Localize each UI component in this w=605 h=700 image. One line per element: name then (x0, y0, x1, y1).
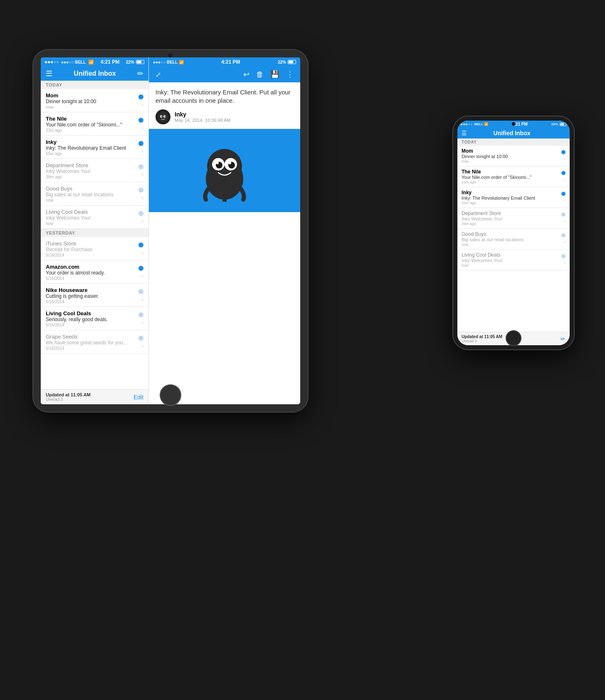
preview-goodbuys: Big sales at our retail locations (46, 192, 135, 198)
tablet-battery-pct: 22% (126, 60, 134, 64)
compose-icon[interactable]: ✏ (137, 69, 143, 78)
email-item-inky[interactable]: Inky Inky: The Revolutionary Email Clien… (41, 136, 148, 159)
chevron-icon: › (141, 101, 143, 108)
tablet-signal: ●●●○○ BELL 📶 (45, 59, 94, 65)
phone-preview-lcd: Inky Welcomes You! (462, 258, 558, 263)
phone-footer-info: Updated at 11:05 AM Unread 3 (462, 334, 502, 343)
phone-hamburger-icon[interactable]: ☰ (462, 130, 467, 136)
phone-chevron: › (564, 239, 565, 245)
email-item-lcd-yest[interactable]: Living Cool Deals Seriously, really good… (41, 307, 148, 330)
email-item-goodbuys[interactable]: Good Buys Big sales at our retail locati… (41, 182, 148, 205)
dot5 (57, 61, 59, 63)
email-content: The Nile Your Nile.com order of "Skinomi… (462, 169, 558, 184)
battery-bar (288, 60, 296, 64)
dot3 (466, 124, 467, 125)
email-item-amazon[interactable]: Amazon.com Your order is almost ready. 5… (41, 260, 148, 284)
tablet-status-bar: ●●●○○ BELL 📶 4:21 PM 22% (41, 57, 148, 67)
svg-point-6 (207, 149, 242, 184)
trash-icon[interactable]: 🗑 (256, 70, 264, 79)
phone-read-dot (561, 233, 565, 237)
email-item-nike[interactable]: Nike Houseware Cutting is getting easier… (41, 284, 148, 307)
phone-sender-inky: Inky (462, 190, 558, 195)
phone-edit-nav[interactable]: Edit (557, 130, 565, 136)
phone-screen: BELL 📶 4:21 PM 22% ☰ Unified Inbox Edit … (457, 121, 570, 345)
time-amazon: 5/16/2014 (46, 276, 135, 281)
more-icon[interactable]: ⋮ (286, 70, 294, 79)
phone-email-inky[interactable]: Inky Inky: The Revolutionary Email Clien… (457, 187, 570, 208)
preview-itunes: Receipt for Purchase (46, 247, 135, 252)
tablet-home-button[interactable] (160, 384, 181, 406)
tablet-time: 4:21 PM (101, 59, 119, 65)
phone-pencil-icon[interactable]: ✏ (561, 336, 565, 342)
inky-avatar-svg (157, 111, 169, 123)
phone-email-nile[interactable]: The Nile Your Nile.com order of "Skinomi… (457, 166, 570, 187)
chevron-icon: › (141, 148, 143, 154)
hamburger-icon[interactable]: ☰ (46, 69, 52, 78)
phone-time-lcd: now (462, 263, 558, 267)
expand-icon[interactable]: ⤢ (156, 71, 161, 79)
preview-lcd-today: Inky Welcomes You! (46, 215, 135, 221)
chevron-icon: › (141, 194, 143, 201)
sender-itunes: iTunes Store (46, 240, 135, 247)
preview-amazon: Your order is almost ready. (46, 270, 135, 276)
email-content: Department Store Inky Welcomes You! 39m … (462, 210, 558, 226)
right-signal: ●●●○○ BELL 📶 (153, 60, 184, 64)
email-meta-mom: › (561, 150, 565, 162)
edit-button[interactable]: Edit (133, 394, 143, 401)
tablet-carrier: ●●●○○ BELL (61, 60, 86, 64)
phone-nav-title: Unified Inbox (494, 130, 531, 136)
email-subject: Inky: The Revolutionary Email Client. Pu… (156, 88, 294, 104)
right-battery: 22% (278, 60, 296, 64)
email-hero-banner (149, 129, 300, 212)
phone-battery-bar (560, 123, 566, 126)
phone-nav-bar: ☰ Unified Inbox Edit (457, 128, 570, 139)
updated-text: Updated at 11:05 AM (46, 392, 91, 397)
email-item-nile[interactable]: The Nile Your Nile.com order of "Skinomi… (41, 112, 148, 136)
phone-email-lcd[interactable]: Living Cool Deals Inky Welcomes You! now… (457, 250, 570, 270)
tablet-nav-bar: ☰ Unified Inbox ✏ (41, 67, 148, 81)
unread-dot (138, 266, 143, 271)
email-content: Good Buys Big sales at our retail locati… (46, 186, 135, 203)
phone-read-dot (561, 213, 565, 217)
email-meta-lcd-yest: › (138, 312, 143, 326)
chevron-icon: › (141, 249, 143, 256)
phone-section-today: TODAY (457, 139, 570, 146)
phone-email-mom[interactable]: Mom Dinner tonight at 10:00 now › (457, 146, 570, 166)
read-dot (138, 211, 143, 216)
email-item-dept[interactable]: Department Store Inky Welcomes You! 39m … (41, 159, 148, 182)
phone-preview-dept: Inky Welcomes You! (462, 216, 558, 221)
email-meta-inky: › (561, 192, 565, 203)
email-meta-goodbuys: › (561, 233, 565, 245)
email-meta-lcd: › (561, 254, 565, 266)
section-today: TODAY (41, 81, 148, 89)
phone-email-goodbuys[interactable]: Good Buys Big sales at our retail locati… (457, 229, 570, 250)
svg-point-4 (165, 116, 166, 117)
preview-nike: Cutting is getting easier. (46, 293, 135, 299)
tablet-device: ●●●○○ BELL 📶 4:21 PM 22% ☰ Unified Inbox… (33, 50, 308, 412)
sender-nile: The Nile (46, 116, 135, 122)
reply-icon[interactable]: ↩ (243, 70, 249, 79)
phone-list-scroll[interactable]: TODAY Mom Dinner tonight at 10:00 now › … (457, 139, 570, 332)
email-item-lcd-today[interactable]: Living Cool Deals Inky Welcomes You! now… (41, 205, 148, 229)
email-content: The Nile Your Nile.com order of "Skinomi… (46, 116, 135, 133)
email-item-grape[interactable]: Grape Seeds We have some great seeds for… (41, 330, 148, 354)
phone-home-button[interactable] (506, 330, 521, 346)
time-goodbuys: now (46, 198, 135, 203)
phone-signal-dots (461, 124, 472, 125)
sender-inky: Inky (46, 139, 135, 145)
preview-mom: Dinner tonight at 10:00 (46, 99, 135, 104)
save-icon[interactable]: 💾 (270, 70, 279, 79)
chevron-icon: › (141, 171, 143, 178)
section-yesterday: YESTERDAY (41, 229, 148, 237)
email-item-itunes[interactable]: iTunes Store Receipt for Purchase 5/16/2… (41, 237, 148, 260)
tablet-list-scroll[interactable]: TODAY Mom Dinner tonight at 10:00 now › (41, 81, 148, 389)
phone-chevron: › (564, 156, 565, 162)
preview-grape: We have some great seeds for you... (46, 340, 135, 346)
phone-email-dept[interactable]: Department Store Inky Welcomes You! 39m … (457, 208, 570, 229)
sender-avatar (156, 109, 170, 124)
time-mom: now (46, 105, 135, 109)
chevron-icon: › (141, 218, 143, 224)
email-item-mom[interactable]: Mom Dinner tonight at 10:00 now › (41, 89, 148, 112)
dot3 (51, 61, 53, 63)
phone-unread-dot (561, 171, 565, 175)
